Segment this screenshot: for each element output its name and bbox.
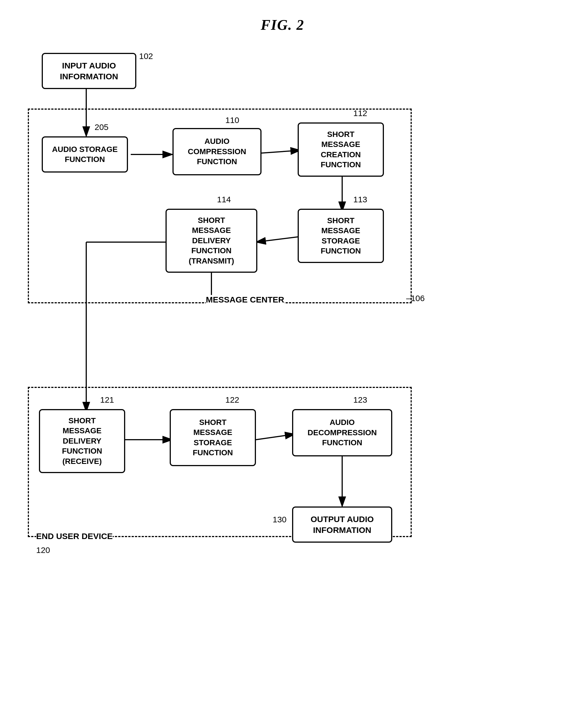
output-audio-ref: 130 <box>273 515 286 524</box>
short-msg-delivery-rx-ref: 121 <box>100 395 114 405</box>
short-msg-creation-ref: 112 <box>353 109 367 118</box>
audio-compression-block: AUDIOCOMPRESSIONFUNCTION <box>173 128 262 175</box>
page-title: FIG. 2 <box>261 17 304 33</box>
message-center-ref: –106 <box>406 294 425 303</box>
end-user-device-ref: 120 <box>36 545 50 555</box>
short-msg-delivery-tx-block: SHORTMESSAGEDELIVERYFUNCTION(TRANSMIT) <box>166 209 257 273</box>
audio-decompression-ref: 123 <box>353 395 367 405</box>
short-msg-storage-mc-block: SHORTMESSAGESTORAGEFUNCTION <box>298 209 384 263</box>
audio-storage-ref: 205 <box>95 122 109 132</box>
message-center-label: MESSAGE CENTER <box>206 295 284 304</box>
short-msg-storage-mc-ref: 113 <box>353 195 367 204</box>
short-msg-delivery-rx-block: SHORTMESSAGEDELIVERYFUNCTION(RECEIVE) <box>39 409 125 473</box>
short-msg-storage-eu-ref: 122 <box>225 395 239 405</box>
short-msg-creation-block: SHORTMESSAGECREATIONFUNCTION <box>298 122 384 177</box>
short-msg-storage-eu-block: SHORTMESSAGESTORAGEFUNCTION <box>170 409 256 466</box>
input-audio-ref: 102 <box>139 51 153 61</box>
output-audio-block: OUTPUT AUDIOINFORMATION <box>292 506 392 543</box>
input-audio-block: INPUT AUDIOINFORMATION <box>42 53 136 89</box>
end-user-device-label: END USER DEVICE <box>36 532 113 541</box>
audio-decompression-block: AUDIODECOMPRESSIONFUNCTION <box>292 409 392 456</box>
audio-compression-ref: 110 <box>225 115 239 125</box>
audio-storage-block: AUDIO STORAGEFUNCTION <box>42 136 128 173</box>
short-msg-delivery-tx-ref: 114 <box>217 195 231 204</box>
